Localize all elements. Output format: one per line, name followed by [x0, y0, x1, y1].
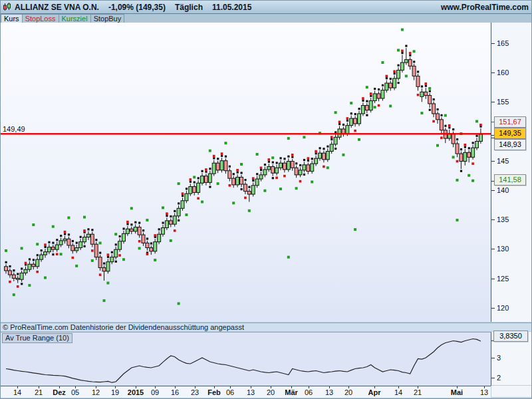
- price-tick-label: 135: [497, 215, 509, 223]
- price-tick-label: 165: [497, 39, 509, 47]
- price-tick-label: 140: [497, 186, 509, 194]
- date-tick-label: 06: [226, 388, 234, 396]
- tab-stopbuy[interactable]: StopBuy: [91, 14, 125, 23]
- date-tick-label: Feb: [207, 388, 221, 396]
- date-tick-label: 20: [267, 388, 275, 396]
- date-tick-label: 19: [111, 388, 119, 396]
- date-tick-label: 13: [480, 388, 488, 396]
- date-tick-label: 13: [247, 388, 255, 396]
- price-tick-label: 125: [497, 275, 509, 283]
- session-date: 11.05.2015: [212, 3, 251, 12]
- date-tick-label: 21: [35, 388, 43, 396]
- order-tab-row: KursStopLossKurszielStopBuy: [1, 14, 532, 23]
- price-axis[interactable]: 120125130135140145155160165151,67149,351…: [491, 23, 532, 322]
- atr-tick-label: 3: [497, 354, 501, 362]
- date-tick-label: 20: [344, 388, 352, 396]
- date-tick-label: 14: [394, 388, 402, 396]
- tab-kurs[interactable]: Kurs: [1, 14, 23, 23]
- change-value: -1,09% (149,35): [108, 3, 166, 12]
- date-tick-label: 06: [305, 388, 313, 396]
- axis-price-box: 151,67: [494, 116, 526, 128]
- price-chart-plot[interactable]: 149,49: [1, 23, 491, 322]
- date-tick-label: 23: [191, 388, 199, 396]
- copyright-bar: © ProRealTime.com Datenhistorie der Divi…: [1, 323, 532, 331]
- date-tick-label: 14: [13, 388, 21, 396]
- date-axis[interactable]: 1421Dez0512192015091623Feb061320Mär06132…: [1, 386, 491, 398]
- date-tick-label: 12: [92, 388, 100, 396]
- prorealtime-window: ALLIANZ SE VNA O.N. -1,09% (149,35) Tägl…: [0, 0, 532, 399]
- axis-price-box: 149,35: [494, 128, 526, 139]
- atr-indicator-plot[interactable]: Av True Range (10): [1, 332, 491, 386]
- timeframe-label: Täglich: [175, 3, 203, 12]
- price-tick-label: 130: [497, 245, 509, 253]
- price-line-label: 149,49: [3, 125, 25, 133]
- instrument-title: ALLIANZ SE VNA O.N.: [15, 3, 99, 12]
- date-tick-label: 2015: [128, 388, 144, 396]
- date-tick-label: 05: [71, 388, 79, 396]
- date-tick-label: Mär: [285, 388, 298, 396]
- date-tick-label: Mai: [451, 388, 463, 396]
- date-tick-label: 09: [151, 388, 159, 396]
- tab-stoploss[interactable]: StopLoss: [23, 14, 59, 23]
- atr-value-box: 3,8350: [493, 331, 528, 342]
- axis-price-box: 141,58: [494, 174, 526, 186]
- atr-axis[interactable]: 233,8350: [491, 332, 532, 385]
- date-axis-corner: [491, 386, 532, 397]
- date-tick-label: 13: [325, 388, 333, 396]
- atr-tick-label: 2: [497, 374, 501, 382]
- price-tick-label: 120: [497, 304, 509, 312]
- title-bar: ALLIANZ SE VNA O.N. -1,09% (149,35) Tägl…: [1, 1, 532, 14]
- candlestick-logo-icon: [3, 3, 12, 11]
- date-tick-label: Dez: [53, 388, 66, 396]
- date-tick-label: 21: [414, 388, 422, 396]
- price-tick-label: 145: [497, 157, 509, 165]
- site-url: www.ProRealTime.com: [441, 3, 529, 12]
- axis-price-box: 148,93: [494, 139, 526, 150]
- date-tick-label: Apr: [368, 388, 381, 396]
- date-tick-label: 16: [171, 388, 179, 396]
- price-tick-label: 160: [497, 68, 509, 76]
- price-tick-label: 155: [497, 98, 509, 106]
- tab-kursziel[interactable]: Kursziel: [59, 14, 91, 23]
